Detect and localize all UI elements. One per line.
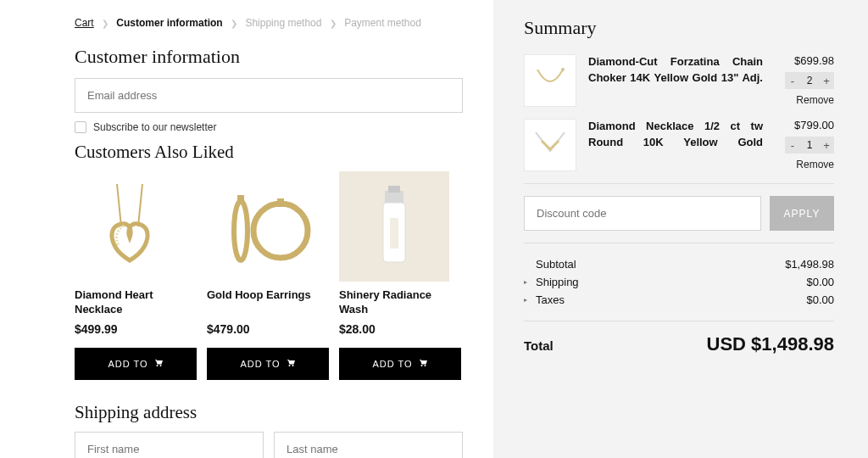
product-image-radiance-wash <box>339 171 449 282</box>
qty-plus-button[interactable]: + <box>819 139 834 152</box>
add-to-cart-button[interactable]: ADD TO <box>207 348 329 380</box>
newsletter-label: Subscribe to our newsletter <box>93 121 216 133</box>
qty-value: 2 <box>800 75 819 87</box>
upsell-card: Diamond Heart Necklace $499.99 ADD TO <box>75 171 197 380</box>
summary-line-item: Diamond-Cut Forzatina Chain Choker 14K Y… <box>524 54 834 107</box>
svg-point-0 <box>234 201 248 260</box>
upsell-card: Shinery Radiance Wash $28.00 ADD TO <box>339 171 461 380</box>
svg-point-8 <box>561 68 565 71</box>
line-item-name: Diamond Necklace 1/2 ct tw Round 10K Yel… <box>588 119 763 171</box>
quantity-stepper[interactable]: - 2 + <box>785 72 834 89</box>
shipping-value: $0.00 <box>806 276 834 288</box>
line-item-thumb <box>524 54 576 107</box>
upsell-card: Gold Hoop Earrings $479.00 ADD TO <box>207 171 329 380</box>
product-name: Shinery Radiance Wash <box>339 288 461 317</box>
cart-icon <box>153 358 164 370</box>
remove-button[interactable]: Remove <box>796 94 834 106</box>
breadcrumb: Cart ❯ Customer information ❯ Shipping m… <box>75 17 463 29</box>
first-name-input[interactable] <box>75 432 264 458</box>
caret-right-icon[interactable]: ▸ <box>524 296 531 304</box>
product-price: $479.00 <box>207 322 329 336</box>
breadcrumb-shipping-method: Shipping method <box>245 17 321 29</box>
total-value: USD $1,498.98 <box>707 333 834 355</box>
qty-plus-button[interactable]: + <box>819 75 834 87</box>
svg-rect-4 <box>385 191 403 203</box>
discount-code-input[interactable] <box>524 196 761 231</box>
caret-right-icon[interactable]: ▸ <box>524 278 531 286</box>
quantity-stepper[interactable]: - 1 + <box>785 137 834 154</box>
breadcrumb-cart[interactable]: Cart <box>75 17 94 29</box>
subtotal-value: $1,498.98 <box>785 258 834 271</box>
summary-heading: Summary <box>524 17 834 39</box>
chevron-right-icon: ❯ <box>231 19 237 28</box>
qty-minus-button[interactable]: - <box>785 75 800 87</box>
customer-info-heading: Customer information <box>75 46 463 68</box>
add-to-cart-button[interactable]: ADD TO <box>339 348 461 380</box>
breadcrumb-payment-method: Payment method <box>344 17 421 29</box>
totals: Subtotal $1,498.98 ▸Shipping $0.00 ▸Taxe… <box>524 255 834 309</box>
chevron-right-icon: ❯ <box>102 19 108 28</box>
total-label: Total <box>524 338 554 353</box>
product-image-heart-necklace <box>75 171 185 282</box>
qty-minus-button[interactable]: - <box>785 139 800 152</box>
cart-icon <box>286 358 296 370</box>
remove-button[interactable]: Remove <box>796 159 834 170</box>
line-item-name: Diamond-Cut Forzatina Chain Choker 14K Y… <box>588 54 763 107</box>
upsell-heading: Customers Also Liked <box>75 142 463 163</box>
taxes-value: $0.00 <box>806 293 834 306</box>
shipping-heading: Shipping address <box>75 402 463 423</box>
line-item-price: $699.98 <box>794 54 834 67</box>
svg-rect-3 <box>277 198 284 207</box>
email-input[interactable] <box>75 78 463 113</box>
chevron-right-icon: ❯ <box>330 19 337 28</box>
svg-point-2 <box>253 204 308 258</box>
svg-rect-5 <box>388 186 400 193</box>
apply-button[interactable]: APPLY <box>770 196 834 231</box>
svg-rect-1 <box>237 195 244 204</box>
line-item-thumb <box>524 119 576 171</box>
line-item-price: $799.00 <box>794 119 834 131</box>
product-name: Gold Hoop Earrings <box>207 288 329 317</box>
upsell-grid: Diamond Heart Necklace $499.99 ADD TO Go… <box>75 171 463 380</box>
summary-line-item: Diamond Necklace 1/2 ct tw Round 10K Yel… <box>524 119 834 171</box>
qty-value: 1 <box>800 139 819 151</box>
svg-rect-7 <box>390 218 398 249</box>
shipping-label: Shipping <box>536 276 579 288</box>
add-to-cart-button[interactable]: ADD TO <box>75 348 197 380</box>
product-price: $28.00 <box>339 322 461 336</box>
breadcrumb-customer-info: Customer information <box>116 17 222 29</box>
product-price: $499.99 <box>75 322 197 336</box>
newsletter-checkbox[interactable] <box>75 121 86 133</box>
cart-icon <box>418 358 428 370</box>
subtotal-label: Subtotal <box>536 258 576 271</box>
product-image-hoop-earrings <box>207 171 317 282</box>
product-name: Diamond Heart Necklace <box>75 288 197 317</box>
last-name-input[interactable] <box>274 432 463 458</box>
taxes-label: Taxes <box>536 293 565 306</box>
